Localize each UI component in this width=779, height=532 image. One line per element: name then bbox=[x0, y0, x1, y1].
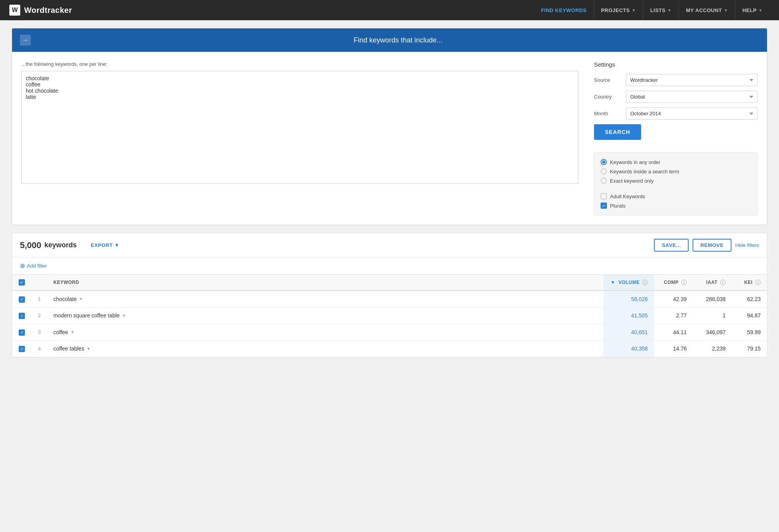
radio-inside-term-input[interactable] bbox=[601, 168, 607, 174]
export-button[interactable]: EXPORT ▼ bbox=[91, 242, 120, 248]
row-iaat-0: 288,038 bbox=[693, 291, 732, 307]
remove-button[interactable]: REMOVE bbox=[693, 239, 731, 252]
settings-section: Settings Source Wordtracker Country Glob… bbox=[594, 61, 758, 215]
help-chevron-icon: ▼ bbox=[759, 8, 763, 12]
row-number-3: 4 bbox=[32, 340, 47, 357]
th-comp[interactable]: COMP i bbox=[654, 275, 693, 291]
results-table: KEYWORD ▼ VOLUME i COMP i IAAT i bbox=[12, 275, 767, 357]
export-chevron-icon: ▼ bbox=[115, 242, 120, 248]
month-label: Month bbox=[594, 111, 621, 116]
row-kei-0: 62.23 bbox=[732, 291, 767, 307]
nav-lists[interactable]: LISTS ▼ bbox=[643, 0, 679, 20]
source-label: Source bbox=[594, 77, 621, 83]
check-plurals[interactable]: Plurals bbox=[601, 203, 751, 209]
logo-icon: W bbox=[9, 5, 20, 16]
keyword-expand-icon[interactable]: ▼ bbox=[86, 347, 90, 351]
row-number-0: 1 bbox=[32, 291, 47, 307]
iaat-info-icon[interactable]: i bbox=[720, 280, 726, 285]
comp-info-icon[interactable]: i bbox=[681, 280, 687, 285]
th-volume[interactable]: ▼ VOLUME i bbox=[603, 275, 654, 291]
radio-exact-only-input[interactable] bbox=[601, 178, 607, 184]
row-check-cell[interactable] bbox=[12, 340, 32, 357]
row-comp-0: 42.39 bbox=[654, 291, 693, 307]
select-all-checkbox[interactable] bbox=[19, 279, 25, 285]
options-box: Keywords in any order Keywords inside a … bbox=[594, 152, 758, 215]
keyword-expand-icon[interactable]: ▼ bbox=[122, 314, 126, 318]
radio-inside-term-label: Keywords inside a search term bbox=[610, 169, 679, 174]
adult-keywords-label: Adult Keywords bbox=[610, 194, 645, 199]
row-checkbox-1[interactable] bbox=[19, 313, 25, 319]
row-kei-2: 59.99 bbox=[732, 324, 767, 341]
row-volume-3: 40,358 bbox=[603, 340, 654, 357]
panel-title: Find keywords that include... bbox=[37, 36, 759, 44]
filter-row: ⊕ Add filter bbox=[12, 257, 767, 275]
logo: W Wordtracker bbox=[9, 5, 72, 16]
row-checkbox-2[interactable] bbox=[19, 329, 25, 336]
row-keyword-2: coffee ▼ bbox=[47, 324, 603, 341]
logo-text: Wordtracker bbox=[24, 6, 72, 15]
kei-info-icon[interactable]: i bbox=[755, 280, 761, 285]
nav-find-keywords[interactable]: FIND KEYWORDS bbox=[534, 0, 594, 20]
nav-help[interactable]: HELP ▼ bbox=[735, 0, 770, 20]
th-kei[interactable]: KEI i bbox=[732, 275, 767, 291]
lists-chevron-icon: ▼ bbox=[668, 8, 671, 12]
table-row: 3 coffee ▼ 40,651 44.11 346,097 59.99 bbox=[12, 324, 767, 341]
volume-info-icon[interactable]: i bbox=[642, 280, 648, 285]
adult-keywords-checkbox[interactable] bbox=[601, 193, 607, 199]
row-checkbox-3[interactable] bbox=[19, 346, 25, 352]
search-panel: → Find keywords that include... ...the f… bbox=[12, 28, 767, 225]
radio-any-order-input[interactable] bbox=[601, 159, 607, 165]
nav-projects[interactable]: PROJECTS ▼ bbox=[594, 0, 643, 20]
th-iaat[interactable]: IAAT i bbox=[693, 275, 732, 291]
panel-collapse-button[interactable]: → bbox=[20, 35, 31, 46]
table-row: 2 modern square coffee table ▼ 41,505 2.… bbox=[12, 307, 767, 324]
projects-chevron-icon: ▼ bbox=[632, 8, 636, 12]
row-iaat-2: 346,097 bbox=[693, 324, 732, 341]
keyword-expand-icon[interactable]: ▼ bbox=[70, 330, 74, 334]
volume-sort-icon: ▼ bbox=[611, 280, 615, 285]
nav-my-account[interactable]: MY ACCOUNT ▼ bbox=[679, 0, 735, 20]
row-check-cell[interactable] bbox=[12, 291, 32, 307]
radio-any-order[interactable]: Keywords in any order bbox=[601, 159, 751, 165]
row-iaat-3: 2,239 bbox=[693, 340, 732, 357]
row-comp-2: 44.11 bbox=[654, 324, 693, 341]
source-select[interactable]: Wordtracker bbox=[626, 74, 758, 86]
table-row: 4 coffee tables ▼ 40,358 14.76 2,239 79.… bbox=[12, 340, 767, 357]
hide-filters-button[interactable]: Hide filters bbox=[735, 242, 759, 248]
row-check-cell[interactable] bbox=[12, 307, 32, 324]
row-checkbox-0[interactable] bbox=[19, 296, 25, 303]
row-comp-1: 2.77 bbox=[654, 307, 693, 324]
header: W Wordtracker FIND KEYWORDS PROJECTS ▼ L… bbox=[0, 0, 779, 20]
radio-exact-only[interactable]: Exact keyword only bbox=[601, 178, 751, 184]
th-select-all[interactable] bbox=[12, 275, 32, 291]
results-label: keywords bbox=[44, 241, 77, 249]
results-count: 5,000 keywords bbox=[20, 240, 77, 250]
search-button[interactable]: SEARCH bbox=[594, 124, 641, 140]
check-adult-keywords[interactable]: Adult Keywords bbox=[601, 193, 751, 199]
row-kei-3: 79.15 bbox=[732, 340, 767, 357]
country-select[interactable]: Global bbox=[626, 91, 758, 103]
main-content: → Find keywords that include... ...the f… bbox=[0, 20, 779, 365]
row-volume-0: 58,026 bbox=[603, 291, 654, 307]
table-row: 1 chocolate ▼ 58,026 42.39 288,038 62.23 bbox=[12, 291, 767, 307]
add-filter-button[interactable]: ⊕ Add filter bbox=[20, 262, 47, 270]
row-number-2: 3 bbox=[32, 324, 47, 341]
keywords-textarea[interactable]: chocolate coffee hot chocolate latte bbox=[21, 71, 578, 184]
row-check-cell[interactable] bbox=[12, 324, 32, 341]
save-button[interactable]: SAVE... bbox=[654, 239, 689, 252]
keywords-label: ...the following keywords, one per line: bbox=[21, 61, 578, 67]
month-select[interactable]: October 2014 bbox=[626, 107, 758, 120]
keywords-section: ...the following keywords, one per line:… bbox=[21, 61, 578, 215]
radio-inside-term[interactable]: Keywords inside a search term bbox=[601, 168, 751, 174]
keyword-expand-icon[interactable]: ▼ bbox=[79, 297, 83, 301]
row-keyword-0: chocolate ▼ bbox=[47, 291, 603, 307]
th-keyword[interactable]: KEYWORD bbox=[47, 275, 603, 291]
source-row: Source Wordtracker bbox=[594, 74, 758, 86]
plurals-checkbox[interactable] bbox=[601, 203, 607, 209]
row-keyword-3: coffee tables ▼ bbox=[47, 340, 603, 357]
country-label: Country bbox=[594, 94, 621, 100]
plurals-label: Plurals bbox=[610, 203, 626, 209]
radio-any-order-label: Keywords in any order bbox=[610, 159, 660, 165]
row-volume-1: 41,505 bbox=[603, 307, 654, 324]
add-filter-icon: ⊕ bbox=[20, 262, 25, 270]
